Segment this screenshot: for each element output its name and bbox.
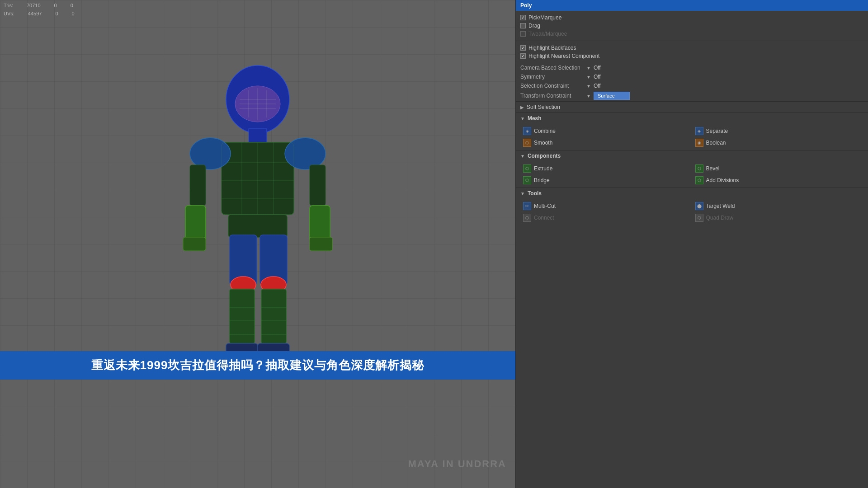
tools-collapse-arrow[interactable]: ▼ xyxy=(520,191,525,196)
combine-icon: ◈ xyxy=(523,127,531,135)
bridge-label: Bridge xyxy=(534,177,550,183)
bridge-tool[interactable]: ⬡ Bridge xyxy=(520,175,692,186)
combine-label: Combine xyxy=(534,128,556,134)
quad-draw-icon: ⬡ xyxy=(695,214,703,222)
extrude-tool[interactable]: ⬡ Extrude xyxy=(520,163,692,174)
separate-label: Separate xyxy=(706,128,728,134)
tools-list: ✂ Multi-Cut ⬤ Target Weld ⬡ Connect ⬡ Qu… xyxy=(516,199,868,225)
pick-marquee-item[interactable]: Pick/Marquee xyxy=(520,14,863,22)
selection-constraint-value: Off xyxy=(594,83,601,89)
drag-item[interactable]: Drag xyxy=(520,22,863,30)
components-collapse-arrow[interactable]: ▼ xyxy=(520,154,525,159)
svg-rect-23 xyxy=(310,237,332,251)
mesh-tools: ◈ Combine ◈ Separate ⬡ Smooth ◉ Boolean xyxy=(516,124,868,150)
selection-options: Pick/Marquee Drag Tweak/Marquee xyxy=(516,11,868,41)
quad-draw-tool: ⬡ Quad Draw xyxy=(693,212,864,223)
highlight-backfaces-checkbox[interactable] xyxy=(520,45,526,51)
highlight-backfaces-item[interactable]: Highlight Backfaces xyxy=(520,44,863,52)
viewport[interactable]: Tris: 70710 0 0 UVs: 44597 0 0 xyxy=(0,0,515,488)
target-weld-label: Target Weld xyxy=(706,203,735,209)
soft-selection-row[interactable]: ▶ Soft Selection xyxy=(516,101,868,113)
mesh-section-header[interactable]: ▼ Mesh xyxy=(516,113,868,124)
target-weld-tool[interactable]: ⬤ Target Weld xyxy=(693,201,864,211)
separate-tool[interactable]: ◈ Separate xyxy=(693,126,864,136)
watermark: MAYA IN UNDRRA xyxy=(408,458,506,470)
bevel-icon: ⬡ xyxy=(695,164,703,173)
uvs-label: UVs: xyxy=(4,10,14,18)
stats-panel: Tris: 70710 0 0 UVs: 44597 0 0 xyxy=(0,0,78,19)
uvs-col2: 0 xyxy=(55,10,58,18)
camera-based-selection-arrow[interactable]: ▼ xyxy=(586,66,591,70)
combine-tool[interactable]: ◈ Combine xyxy=(520,126,692,136)
right-panel: Poly Pick/Marquee Drag Tweak/Marquee Hig… xyxy=(515,0,868,488)
boolean-icon: ◉ xyxy=(695,139,703,147)
svg-rect-29 xyxy=(230,289,255,343)
camera-based-selection-label: Camera Based Selection xyxy=(520,65,584,71)
tweak-marquee-item: Tweak/Marquee xyxy=(520,30,863,38)
svg-rect-24 xyxy=(228,215,287,237)
tweak-marquee-checkbox xyxy=(520,31,526,37)
multi-cut-label: Multi-Cut xyxy=(534,203,556,209)
mesh-collapse-arrow[interactable]: ▼ xyxy=(520,116,525,121)
bridge-icon: ⬡ xyxy=(523,176,531,184)
pick-marquee-checkbox[interactable] xyxy=(520,15,526,20)
uvs-col3: 0 xyxy=(72,10,75,18)
svg-rect-21 xyxy=(310,206,330,242)
transform-constraint-arrow[interactable]: ▼ xyxy=(586,94,591,99)
svg-rect-19 xyxy=(310,165,326,206)
add-divisions-icon: ⬡ xyxy=(695,176,703,184)
soft-selection-label: Soft Selection xyxy=(527,104,560,110)
svg-rect-20 xyxy=(185,206,206,242)
tris-col2: 0 xyxy=(54,2,57,10)
selection-constraint-row[interactable]: Selection Constraint ▼ Off xyxy=(516,81,868,90)
selection-constraint-arrow[interactable]: ▼ xyxy=(586,84,591,89)
add-divisions-label: Add Divisions xyxy=(706,177,739,183)
camera-based-selection-row[interactable]: Camera Based Selection ▼ Off xyxy=(516,63,868,72)
drag-checkbox[interactable] xyxy=(520,23,526,28)
symmetry-value: Off xyxy=(594,74,601,80)
tris-col3: 0 xyxy=(71,2,73,10)
highlight-nearest-label: Highlight Nearest Component xyxy=(528,53,599,59)
selection-constraint-label: Selection Constraint xyxy=(520,83,584,89)
svg-rect-30 xyxy=(261,289,286,343)
svg-rect-18 xyxy=(190,165,206,206)
highlight-nearest-checkbox[interactable] xyxy=(520,53,526,59)
tools-section-label: Tools xyxy=(528,190,542,197)
transform-constraint-label: Transform Constraint xyxy=(520,93,584,99)
symmetry-arrow[interactable]: ▼ xyxy=(586,75,591,80)
pick-marquee-label: Pick/Marquee xyxy=(528,14,561,21)
tris-label: Tris: xyxy=(4,2,13,10)
smooth-tool[interactable]: ⬡ Smooth xyxy=(520,137,692,148)
highlight-nearest-item[interactable]: Highlight Nearest Component xyxy=(520,52,863,60)
drag-label: Drag xyxy=(528,23,540,29)
symmetry-row[interactable]: Symmetry ▼ Off xyxy=(516,72,868,81)
extrude-label: Extrude xyxy=(534,165,552,172)
components-section-label: Components xyxy=(528,153,561,159)
boolean-tool[interactable]: ◉ Boolean xyxy=(693,137,864,148)
boolean-label: Boolean xyxy=(706,140,726,146)
multi-cut-icon: ✂ xyxy=(523,202,531,210)
highlight-options: Highlight Backfaces Highlight Nearest Co… xyxy=(516,41,868,63)
soft-selection-arrow[interactable]: ▶ xyxy=(520,105,524,110)
target-weld-icon: ⬤ xyxy=(695,202,703,210)
components-section-header[interactable]: ▼ Components xyxy=(516,150,868,161)
quad-draw-label: Quad Draw xyxy=(706,215,734,221)
tweak-marquee-label: Tweak/Marquee xyxy=(528,31,567,37)
multi-cut-tool[interactable]: ✂ Multi-Cut xyxy=(520,201,692,211)
connect-tool: ⬡ Connect xyxy=(520,212,692,223)
extrude-icon: ⬡ xyxy=(523,164,531,173)
bevel-tool[interactable]: ⬡ Bevel xyxy=(693,163,864,174)
add-divisions-tool[interactable]: ⬡ Add Divisions xyxy=(693,175,864,186)
transform-constraint-value[interactable]: Surface xyxy=(594,92,630,100)
components-tools: ⬡ Extrude ⬡ Bevel ⬡ Bridge ⬡ Add Divisio… xyxy=(516,161,868,188)
symmetry-label: Symmetry xyxy=(520,74,584,80)
tris-value: 70710 xyxy=(27,2,41,10)
tools-section-header[interactable]: ▼ Tools xyxy=(516,188,868,199)
smooth-icon: ⬡ xyxy=(523,139,531,147)
active-tab: Poly xyxy=(520,2,532,9)
separate-icon: ◈ xyxy=(695,127,703,135)
highlight-backfaces-label: Highlight Backfaces xyxy=(528,45,576,51)
transform-constraint-row[interactable]: Transform Constraint ▼ Surface xyxy=(516,90,868,101)
mesh-section-label: Mesh xyxy=(528,115,542,122)
connect-label: Connect xyxy=(534,215,554,221)
